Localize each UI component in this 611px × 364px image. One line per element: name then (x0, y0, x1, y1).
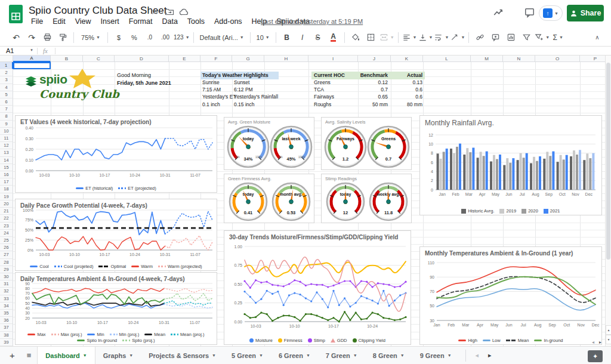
currency-format-icon[interactable]: $ (112, 30, 126, 45)
row-header-6[interactable]: 6 (0, 98, 13, 106)
row-header-19[interactable]: 19 (0, 193, 13, 200)
row-header-11[interactable]: 11 (0, 135, 13, 142)
row-header-34[interactable]: 34 (0, 303, 13, 310)
row-header-32[interactable]: 32 (0, 288, 13, 295)
tabs-scroll-left-icon[interactable]: ◂ (471, 347, 484, 364)
row-header-21[interactable]: 21 (0, 208, 13, 215)
row-header-2[interactable]: 2 (0, 69, 13, 76)
decimal-increase-icon[interactable]: .00 (158, 30, 172, 45)
row-header-23[interactable]: 23 (0, 223, 13, 230)
add-sheet-button[interactable]: + (0, 347, 21, 364)
print-icon[interactable] (40, 30, 54, 45)
chart-panel-g_salinity[interactable]: Avrg. Salinity LevelsFairways1.2Greens0.… (321, 117, 412, 170)
row-header-3[interactable]: 3 (0, 76, 13, 84)
comment-history-icon[interactable] (524, 7, 535, 20)
row-header-31[interactable]: 31 (0, 280, 13, 288)
strikethrough-icon[interactable]: S (311, 30, 325, 45)
menu-item-tools[interactable]: Tools (183, 17, 209, 27)
column-header-L[interactable]: L (423, 55, 471, 62)
column-header-O[interactable]: O (535, 55, 580, 62)
select-all-corner[interactable] (0, 55, 13, 62)
column-header-A[interactable]: A (13, 55, 51, 62)
column-header-J[interactable]: J (358, 55, 391, 62)
decimal-decrease-icon[interactable]: .0 (143, 30, 157, 45)
merge-cells-icon[interactable]: ▼ (379, 30, 394, 45)
explore-button[interactable]: ✦ (588, 350, 603, 362)
hscroll-left-icon[interactable]: ◂ (592, 340, 594, 345)
chart-panel-monthly_temps[interactable]: Monthly Temperatures Ambient & In-Ground… (419, 246, 602, 345)
insert-chart-icon[interactable] (504, 30, 518, 45)
menu-item-view[interactable]: View (70, 17, 96, 27)
column-header-E[interactable]: E (169, 55, 200, 62)
row-header-7[interactable]: 7 (0, 106, 13, 113)
bold-icon[interactable]: B (280, 30, 294, 45)
sheets-logo-icon[interactable] (8, 4, 24, 27)
row-header-4[interactable]: 4 (0, 84, 13, 91)
row-header-29[interactable]: 29 (0, 266, 13, 273)
row-header-25[interactable]: 25 (0, 237, 13, 244)
menu-item-data[interactable]: Data (157, 17, 182, 27)
sheet-tab-caret-icon[interactable]: ▼ (306, 353, 310, 357)
menu-item-format[interactable]: Format (124, 17, 158, 27)
name-box[interactable]: A1 (6, 47, 14, 54)
chart-panel-temps_daily[interactable]: Daily Temperatures Ambient & In-Ground (… (15, 272, 217, 345)
row-header-13[interactable]: 13 (0, 149, 13, 156)
horizontal-align-icon[interactable]: ▼ (402, 30, 417, 45)
present-button[interactable]: ↑ ▼ (539, 5, 563, 21)
row-header-30[interactable]: 30 (0, 273, 13, 280)
sheet-tab-6-green[interactable]: 6 Green▼ (271, 347, 318, 364)
column-header-N[interactable]: N (503, 55, 535, 62)
insert-link-icon[interactable] (473, 30, 487, 45)
row-header-37[interactable]: 37 (0, 324, 13, 331)
menu-item-file[interactable]: File (26, 17, 48, 27)
chart-panel-et[interactable]: ET Values (4 week historical, 7-day proj… (15, 115, 217, 193)
row-header-36[interactable]: 36 (0, 317, 13, 324)
row-header-8[interactable]: 8 (0, 113, 13, 120)
row-header-9[interactable]: 9 (0, 121, 13, 128)
row-header-5[interactable]: 5 (0, 91, 13, 98)
column-header-B[interactable]: B (51, 55, 83, 62)
scrollbar-thumb[interactable] (606, 63, 610, 260)
sheet-tab-7-green[interactable]: 7 Green▼ (318, 347, 365, 364)
row-header-20[interactable]: 20 (0, 200, 13, 208)
scroll-down-icon[interactable]: ▼ (606, 335, 611, 344)
tabs-scroll-right-icon[interactable]: ▸ (483, 347, 496, 364)
sheet-tab-caret-icon[interactable]: ▼ (129, 353, 133, 357)
row-header-1[interactable]: 1 (0, 62, 13, 69)
row-header-27[interactable]: 27 (0, 251, 13, 258)
sheet-tab-caret-icon[interactable]: ▼ (212, 353, 216, 357)
redo-icon[interactable]: ↷ (24, 30, 39, 45)
row-header-12[interactable]: 12 (0, 142, 13, 149)
sheet-tab-caret-icon[interactable]: ▼ (353, 353, 357, 357)
sheet-tab-dashboard[interactable]: Dashboard▼ (37, 347, 95, 364)
sheet-tab-caret-icon[interactable]: ▼ (259, 353, 263, 357)
column-header-D[interactable]: D (115, 55, 169, 62)
insert-comment-icon[interactable] (488, 30, 502, 45)
zoom-select[interactable]: 75%▼ (78, 30, 104, 45)
row-header-15[interactable]: 15 (0, 164, 13, 171)
filter-icon[interactable] (519, 30, 533, 45)
row-header-18[interactable]: 18 (0, 186, 13, 193)
text-wrap-icon[interactable]: ▼ (434, 30, 449, 45)
font-select[interactable]: Default (Ari...▼ (198, 30, 246, 45)
column-header-M[interactable]: M (471, 55, 503, 62)
borders-icon[interactable] (364, 30, 378, 45)
row-header-39[interactable]: 39 (0, 339, 13, 346)
paint-format-icon[interactable] (55, 30, 70, 45)
row-header-26[interactable]: 26 (0, 244, 13, 251)
vertical-scrollbar[interactable]: ▲ ▼ (605, 55, 611, 346)
row-header-38[interactable]: 38 (0, 332, 13, 339)
row-header-16[interactable]: 16 (0, 171, 13, 178)
row-header-28[interactable]: 28 (0, 259, 13, 266)
chart-panel-rainfall[interactable]: Monthly Rainfall Avrg.024681012JanFebMar… (419, 115, 602, 215)
chart-panel-g_moisture[interactable]: Avrg. Green Moisturetoday34%0%100%last w… (224, 117, 314, 170)
column-header-I[interactable]: I (308, 55, 358, 62)
sheet-tab-8-green[interactable]: 8 Green▼ (365, 347, 412, 364)
column-header-F[interactable]: F (200, 55, 232, 62)
column-header-K[interactable]: K (391, 55, 423, 62)
chart-panel-trends30[interactable]: 30-day Trends Moisture/Firmness/Stimp/GD… (224, 230, 411, 345)
chart-panel-g_firmness[interactable]: Green Firmness Avrg.today0.41month avg.0… (224, 174, 314, 223)
name-box-caret-icon[interactable]: ▼ (30, 48, 33, 52)
font-size-select[interactable]: 10▼ (254, 30, 272, 45)
row-header-17[interactable]: 17 (0, 178, 13, 186)
